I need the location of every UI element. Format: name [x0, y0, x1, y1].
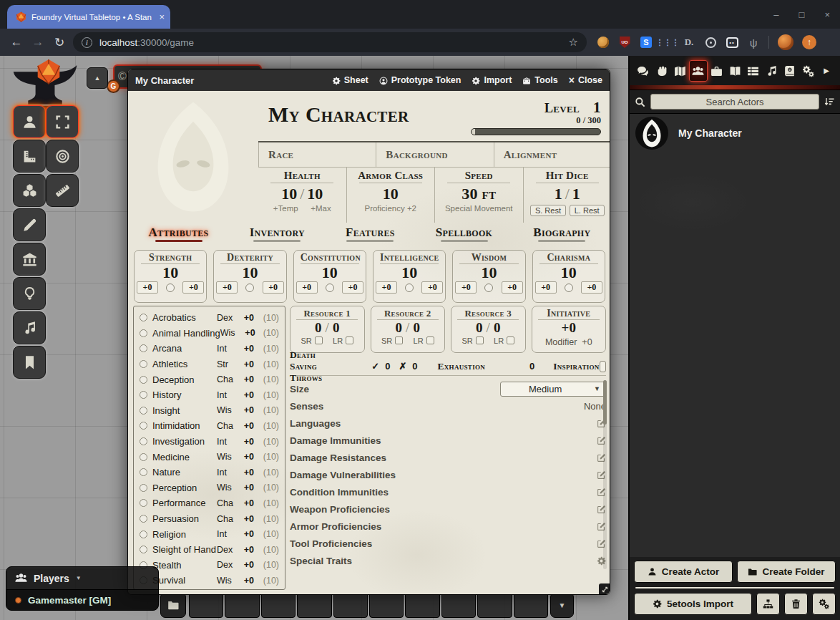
- skill-proficiency-radio[interactable]: [140, 329, 147, 337]
- select-tokens[interactable]: [46, 105, 79, 138]
- macro-slot[interactable]: [441, 592, 476, 618]
- sheet-scrollbar[interactable]: [603, 380, 607, 569]
- bookmark-star-icon[interactable]: ☆: [569, 36, 578, 49]
- initiative-value[interactable]: +0: [532, 320, 606, 336]
- proficiency-radio[interactable]: [405, 284, 414, 292]
- skill-name[interactable]: Perception: [152, 483, 217, 493]
- skill-name[interactable]: Nature: [152, 467, 217, 478]
- ability-save-mod[interactable]: +0: [216, 281, 238, 294]
- skill-proficiency-radio[interactable]: [140, 484, 147, 492]
- resource-value-row[interactable]: 0/0: [290, 320, 364, 336]
- ability-score-input[interactable]: 10: [533, 264, 605, 281]
- ability-save-mod[interactable]: +0: [137, 281, 158, 294]
- ability-score-input[interactable]: 10: [294, 264, 366, 281]
- proficiency-radio[interactable]: [565, 284, 573, 292]
- cookie-extension-icon[interactable]: [597, 36, 610, 49]
- resource-value-row[interactable]: 0/0: [371, 320, 445, 336]
- special-movement-label[interactable]: Special Movement: [435, 204, 523, 213]
- back-button[interactable]: ←: [6, 35, 27, 49]
- site-info-icon[interactable]: i: [82, 37, 92, 48]
- survival[interactable]: Survival Wis +0 (10): [140, 573, 279, 588]
- macro-slot[interactable]: [369, 592, 404, 618]
- intimidation[interactable]: Intimidation Cha +0 (10): [140, 418, 279, 434]
- actor-name[interactable]: My Character: [678, 127, 742, 139]
- controls-collapse-button[interactable]: ▲: [87, 67, 108, 89]
- box-extension-icon[interactable]: ••: [726, 36, 738, 49]
- character-name[interactable]: My Character: [268, 97, 409, 141]
- ability-check-mod[interactable]: +0: [263, 281, 284, 294]
- skill-name[interactable]: Insight: [152, 405, 217, 416]
- features[interactable]: Features: [346, 226, 395, 242]
- tools[interactable]: Tools: [522, 75, 557, 85]
- skill-proficiency-radio[interactable]: [140, 499, 147, 507]
- sound-controls[interactable]: [13, 311, 46, 344]
- skill-name[interactable]: Acrobatics: [152, 312, 217, 323]
- token-controls[interactable]: [13, 105, 46, 138]
- actor-list-item[interactable]: My Character: [630, 114, 840, 152]
- skill-name[interactable]: Sleight of Hand: [152, 544, 217, 555]
- tab-actors[interactable]: [689, 60, 708, 82]
- character-portrait[interactable]: [128, 91, 258, 223]
- lr-checkbox[interactable]: [507, 336, 514, 344]
- address-bar[interactable]: i localhost:30000/game ☆: [73, 32, 587, 52]
- measurement-controls[interactable]: [13, 140, 46, 173]
- spellbook[interactable]: Spellbook: [436, 226, 493, 242]
- short-rest-button[interactable]: S. Rest: [530, 205, 566, 216]
- lr-checkbox[interactable]: [426, 336, 434, 344]
- stealth[interactable]: Stealth Dex +0 (10): [140, 558, 279, 573]
- long-rest-button[interactable]: L. Rest: [570, 205, 605, 216]
- max-hp-label[interactable]: +Max: [311, 204, 331, 213]
- forward-button[interactable]: →: [27, 35, 49, 49]
- skill-name[interactable]: Intimidation: [152, 420, 217, 431]
- medicine[interactable]: Medicine Wis +0 (10): [140, 449, 279, 465]
- resource-value-row[interactable]: 0/0: [451, 320, 525, 336]
- actor-avatar[interactable]: [635, 117, 668, 150]
- fork-extension-icon[interactable]: ψ: [747, 36, 760, 49]
- macro-slot[interactable]: [514, 592, 548, 618]
- tab-playlists[interactable]: [762, 60, 781, 82]
- skill-name[interactable]: Deception: [152, 374, 217, 385]
- ability-save-mod[interactable]: +0: [455, 281, 477, 294]
- proficiency-radio[interactable]: [326, 284, 334, 292]
- resource-label[interactable]: Resource 2: [377, 308, 439, 320]
- tab-compendium[interactable]: [781, 60, 799, 82]
- macro-slot[interactable]: [405, 592, 439, 618]
- tab-journal[interactable]: [726, 60, 744, 82]
- level-value[interactable]: 1: [593, 98, 601, 116]
- browser-tab[interactable]: Foundry Virtual Tabletop • A Stan ×: [7, 5, 170, 29]
- skill-proficiency-radio[interactable]: [140, 437, 147, 445]
- macro-slot[interactable]: [225, 592, 259, 618]
- sr-checkbox[interactable]: [395, 336, 403, 344]
- sidebar-collapse[interactable]: ▶: [817, 60, 836, 82]
- ability-check-mod[interactable]: +0: [502, 281, 523, 294]
- skill-proficiency-radio[interactable]: [140, 407, 147, 415]
- ability-save-mod[interactable]: +0: [296, 281, 318, 294]
- speed-value[interactable]: 30 ft: [435, 185, 523, 203]
- note-controls[interactable]: [13, 346, 46, 379]
- drawing-controls[interactable]: [13, 208, 46, 241]
- 5etools-import-button[interactable]: 5etools Import: [634, 593, 752, 615]
- ability-check-mod[interactable]: +0: [342, 281, 363, 294]
- skill-name[interactable]: Religion: [152, 529, 217, 540]
- inspiration-checkbox[interactable]: [600, 361, 606, 372]
- detail-field[interactable]: Race: [258, 142, 376, 167]
- create-folder-button[interactable]: Create Folder: [737, 561, 836, 583]
- search-input[interactable]: [650, 94, 819, 110]
- investigation[interactable]: Investigation Int +0 (10): [140, 434, 279, 450]
- sr-checkbox[interactable]: [476, 336, 484, 344]
- sheet[interactable]: Sheet: [332, 75, 368, 85]
- skill-name[interactable]: Stealth: [152, 560, 217, 571]
- skill-proficiency-radio[interactable]: [140, 468, 147, 476]
- proficiency-radio[interactable]: [166, 284, 175, 292]
- sr-checkbox[interactable]: [315, 336, 323, 344]
- reload-button[interactable]: ↻: [49, 35, 70, 50]
- proficiency-radio[interactable]: [484, 284, 493, 292]
- ac-value[interactable]: 10: [347, 185, 435, 203]
- ability-score-input[interactable]: 10: [453, 264, 524, 281]
- resource-label[interactable]: Resource 1: [296, 308, 358, 320]
- health-value-row[interactable]: 10/10: [258, 185, 346, 203]
- ability-score-input[interactable]: 10: [373, 264, 445, 281]
- skill-name[interactable]: History: [152, 389, 217, 400]
- attributes[interactable]: Attributes: [149, 226, 209, 242]
- maximize-button[interactable]: □: [799, 9, 805, 20]
